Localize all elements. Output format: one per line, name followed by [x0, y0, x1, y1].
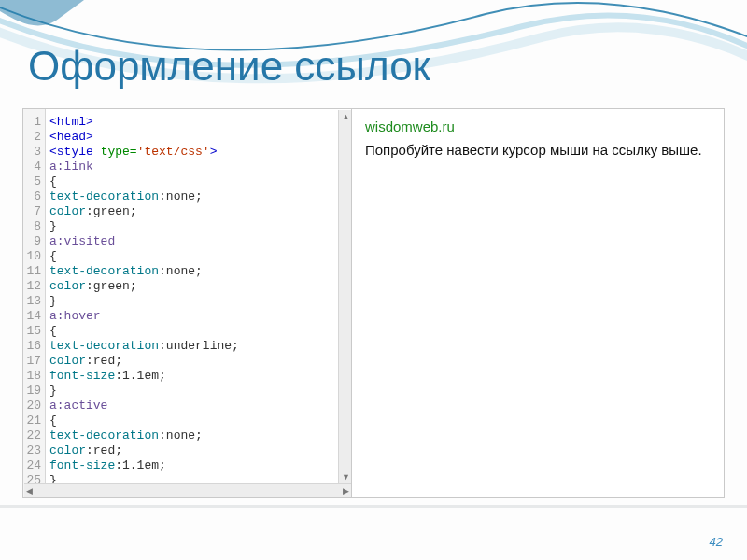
vertical-scrollbar[interactable]: ▲ ▼: [338, 110, 351, 483]
page-number: 42: [710, 535, 723, 549]
scroll-down-icon[interactable]: ▼: [342, 472, 350, 482]
code-line[interactable]: <head>: [49, 130, 351, 145]
footer-rule: [0, 505, 747, 508]
line-number: 3: [23, 145, 45, 160]
line-number: 1: [23, 115, 45, 130]
line-number: 20: [23, 399, 45, 413]
slide-title: Оформление ссылок: [28, 43, 430, 90]
line-number: 10: [23, 249, 45, 264]
code-line[interactable]: {: [49, 175, 351, 189]
line-number: 16: [23, 339, 45, 354]
line-number: 2: [23, 130, 45, 145]
line-number: 23: [23, 443, 45, 458]
code-line[interactable]: }: [49, 294, 351, 309]
horizontal-scrollbar[interactable]: ◀ ▶: [24, 483, 351, 497]
code-line[interactable]: {: [49, 324, 351, 339]
code-line[interactable]: text-decoration:none;: [49, 189, 351, 204]
line-number: 17: [23, 354, 45, 369]
code-line[interactable]: text-decoration:underline;: [49, 339, 351, 354]
line-number: 9: [23, 234, 45, 249]
line-number: 18: [23, 369, 45, 384]
content-panel: 1234567891011121314151617181920212223242…: [22, 108, 725, 498]
code-line[interactable]: <style type='text/css'>: [49, 145, 351, 160]
code-line[interactable]: a:active: [49, 399, 351, 413]
line-number: 4: [23, 160, 45, 175]
line-number: 11: [23, 264, 45, 279]
code-line[interactable]: }: [49, 219, 351, 234]
line-number: 12: [23, 279, 45, 294]
scroll-left-icon[interactable]: ◀: [26, 486, 33, 496]
line-number: 19: [23, 384, 45, 399]
code-line[interactable]: a:link: [49, 160, 351, 175]
code-line[interactable]: color:green;: [49, 204, 351, 219]
line-number: 8: [23, 219, 45, 234]
code-line[interactable]: {: [49, 249, 351, 264]
line-number: 13: [23, 294, 45, 309]
code-editor: 1234567891011121314151617181920212223242…: [23, 109, 352, 497]
code-line[interactable]: text-decoration:none;: [49, 428, 351, 443]
line-number: 15: [23, 324, 45, 339]
line-number-gutter: 1234567891011121314151617181920212223242…: [23, 109, 46, 497]
line-number: 7: [23, 204, 45, 219]
code-text[interactable]: <html><head><style type='text/css'>a:lin…: [46, 109, 351, 497]
line-number: 24: [23, 458, 45, 473]
preview-link[interactable]: wisdomweb.ru: [365, 119, 711, 134]
line-number: 14: [23, 309, 45, 324]
code-line[interactable]: color:red;: [49, 354, 351, 369]
code-line[interactable]: font-size:1.1em;: [49, 369, 351, 384]
code-line[interactable]: <html>: [49, 115, 351, 130]
code-line[interactable]: a:visited: [49, 234, 351, 249]
line-number: 6: [23, 189, 45, 204]
code-line[interactable]: a:hover: [49, 309, 351, 324]
preview-paragraph: Попробуйте навести курсор мыши на ссылку…: [365, 142, 711, 160]
code-line[interactable]: }: [49, 384, 351, 399]
line-number: 5: [23, 175, 45, 189]
code-line[interactable]: font-size:1.1em;: [49, 458, 351, 473]
code-line[interactable]: {: [49, 413, 351, 428]
output-preview: wisdomweb.ru Попробуйте навести курсор м…: [352, 109, 724, 497]
line-number: 22: [23, 428, 45, 443]
scroll-right-icon[interactable]: ▶: [343, 486, 349, 496]
scroll-up-icon[interactable]: ▲: [342, 112, 350, 121]
code-line[interactable]: color:green;: [49, 279, 351, 294]
line-number: 21: [23, 413, 45, 428]
code-line[interactable]: text-decoration:none;: [49, 264, 351, 279]
code-line[interactable]: color:red;: [49, 443, 351, 458]
